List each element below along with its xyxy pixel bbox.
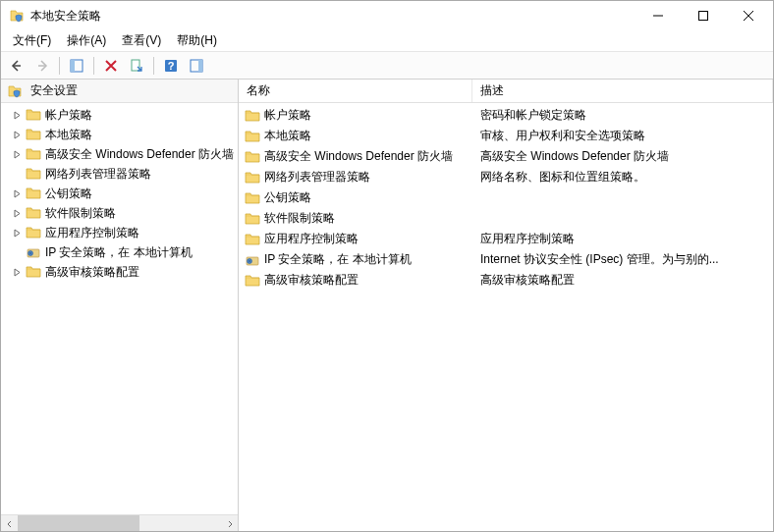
toolbar-separator <box>59 57 60 75</box>
cell-name: 本地策略 <box>239 128 472 144</box>
cell-name: 公钥策略 <box>239 189 472 206</box>
help-button[interactable] <box>159 54 183 78</box>
tree-root-label: 安全设置 <box>30 82 78 99</box>
column-description[interactable]: 描述 <box>472 80 773 102</box>
scroll-right-button[interactable] <box>221 515 238 532</box>
delete-button[interactable] <box>99 54 123 78</box>
forward-button[interactable] <box>30 54 54 78</box>
show-tree-button[interactable] <box>65 54 88 78</box>
folder-icon <box>26 186 41 201</box>
tree-item-label: 高级安全 Windows Defender 防火墙 <box>45 146 234 163</box>
window-controls <box>636 1 771 30</box>
tree-item[interactable]: 网络列表管理器策略 <box>1 164 238 184</box>
tree-item[interactable]: 高级安全 Windows Defender 防火墙 <box>1 144 238 164</box>
tree-item[interactable]: 本地策略 <box>1 125 238 144</box>
list-row[interactable]: 帐户策略密码和帐户锁定策略 <box>239 105 773 126</box>
scroll-left-button[interactable] <box>1 515 18 532</box>
tree-item[interactable]: IP 安全策略，在 本地计算机 <box>1 242 238 262</box>
menu-help[interactable]: 帮助(H) <box>169 30 225 51</box>
folder-icon <box>245 232 260 247</box>
action-pane-button[interactable] <box>185 54 208 78</box>
minimize-button[interactable] <box>636 1 681 29</box>
expander-icon[interactable] <box>11 266 24 279</box>
item-name: 公钥策略 <box>264 189 311 206</box>
tree-item-label: 应用程序控制策略 <box>45 225 139 241</box>
export-button[interactable] <box>125 54 148 78</box>
content-area: 安全设置 帐户策略本地策略高级安全 Windows Defender 防火墙网络… <box>1 80 773 531</box>
tree-root[interactable]: 安全设置 <box>1 80 238 103</box>
menu-view[interactable]: 查看(V) <box>114 30 169 51</box>
item-name: 高级安全 Windows Defender 防火墙 <box>264 148 453 165</box>
cell-description: 应用程序控制策略 <box>472 231 773 247</box>
chevron-left-icon <box>6 520 14 528</box>
expander-icon[interactable] <box>11 109 24 122</box>
tree-item[interactable]: 应用程序控制策略 <box>1 223 238 242</box>
list-row[interactable]: 高级审核策略配置高级审核策略配置 <box>239 270 773 291</box>
folder-icon <box>26 264 41 280</box>
tree-item[interactable]: 公钥策略 <box>1 184 238 203</box>
folder-icon <box>26 205 41 221</box>
list-row[interactable]: 本地策略审核、用户权利和安全选项策略 <box>239 126 773 146</box>
toolbar <box>1 52 773 80</box>
app-icon <box>9 8 25 24</box>
tree-body[interactable]: 帐户策略本地策略高级安全 Windows Defender 防火墙网络列表管理器… <box>1 103 238 514</box>
list-row[interactable]: 网络列表管理器策略网络名称、图标和位置组策略。 <box>239 167 773 187</box>
minimize-icon <box>653 11 663 21</box>
tree-item-label: IP 安全策略，在 本地计算机 <box>45 244 193 261</box>
folder-icon <box>245 149 260 165</box>
list-row[interactable]: 公钥策略 <box>239 187 773 208</box>
tree-item[interactable]: 高级审核策略配置 <box>1 262 238 282</box>
titlebar[interactable]: 本地安全策略 <box>1 1 773 30</box>
toolbar-separator <box>153 57 154 75</box>
list-panel: 名称 描述 帐户策略密码和帐户锁定策略本地策略审核、用户权利和安全选项策略高级安… <box>239 80 773 531</box>
ipsec-icon <box>245 252 260 268</box>
cell-name: 高级审核策略配置 <box>239 272 472 289</box>
menu-file[interactable]: 文件(F) <box>5 30 59 51</box>
menu-action[interactable]: 操作(A) <box>59 30 114 51</box>
cell-name: 网络列表管理器策略 <box>239 169 472 186</box>
scroll-thumb[interactable] <box>18 515 139 531</box>
column-name[interactable]: 名称 <box>239 80 472 102</box>
horizontal-scrollbar[interactable] <box>1 514 238 531</box>
expander-icon[interactable] <box>11 227 24 239</box>
scroll-track[interactable] <box>18 515 221 531</box>
maximize-icon <box>698 11 708 21</box>
list-body[interactable]: 帐户策略密码和帐户锁定策略本地策略审核、用户权利和安全选项策略高级安全 Wind… <box>239 103 773 531</box>
cell-description: 网络名称、图标和位置组策略。 <box>472 169 773 186</box>
expander-icon[interactable] <box>11 148 24 161</box>
folder-icon <box>245 273 260 289</box>
tree-item[interactable]: 软件限制策略 <box>1 203 238 223</box>
tree-item[interactable]: 帐户策略 <box>1 105 238 125</box>
expander-icon[interactable] <box>11 207 24 220</box>
back-button[interactable] <box>5 54 28 78</box>
cell-name: 应用程序控制策略 <box>239 231 472 247</box>
delete-icon <box>103 58 119 74</box>
cell-name: IP 安全策略，在 本地计算机 <box>239 251 472 268</box>
list-row[interactable]: 高级安全 Windows Defender 防火墙高级安全 Windows De… <box>239 146 773 167</box>
cell-description: 密码和帐户锁定策略 <box>472 107 773 124</box>
expander-icon[interactable] <box>11 187 24 200</box>
item-name: 帐户策略 <box>264 107 311 124</box>
back-icon <box>9 58 25 74</box>
list-row[interactable]: 应用程序控制策略应用程序控制策略 <box>239 229 773 249</box>
tree-item-label: 本地策略 <box>45 127 92 143</box>
maximize-button[interactable] <box>681 1 726 29</box>
item-name: 网络列表管理器策略 <box>264 169 370 186</box>
list-row[interactable]: 软件限制策略 <box>239 208 773 229</box>
forward-icon <box>34 58 50 74</box>
cell-description: 审核、用户权利和安全选项策略 <box>472 128 773 144</box>
item-name: 软件限制策略 <box>264 210 335 227</box>
tree-panel: 安全设置 帐户策略本地策略高级安全 Windows Defender 防火墙网络… <box>1 80 239 531</box>
expander-icon[interactable] <box>11 129 24 141</box>
close-button[interactable] <box>726 1 771 29</box>
list-row[interactable]: IP 安全策略，在 本地计算机Internet 协议安全性 (IPsec) 管理… <box>239 249 773 270</box>
folder-icon <box>245 211 260 227</box>
folder-icon <box>26 127 41 142</box>
export-icon <box>129 58 144 74</box>
window: 本地安全策略 文件(F) 操作(A) 查看(V) 帮助(H) 安全设置 帐户策 <box>0 0 774 532</box>
cell-description: Internet 协议安全性 (IPsec) 管理。为与别的... <box>472 251 773 268</box>
folder-icon <box>245 190 260 206</box>
item-name: 本地策略 <box>264 128 311 144</box>
cell-name: 帐户策略 <box>239 107 472 124</box>
folder-icon <box>26 166 41 182</box>
